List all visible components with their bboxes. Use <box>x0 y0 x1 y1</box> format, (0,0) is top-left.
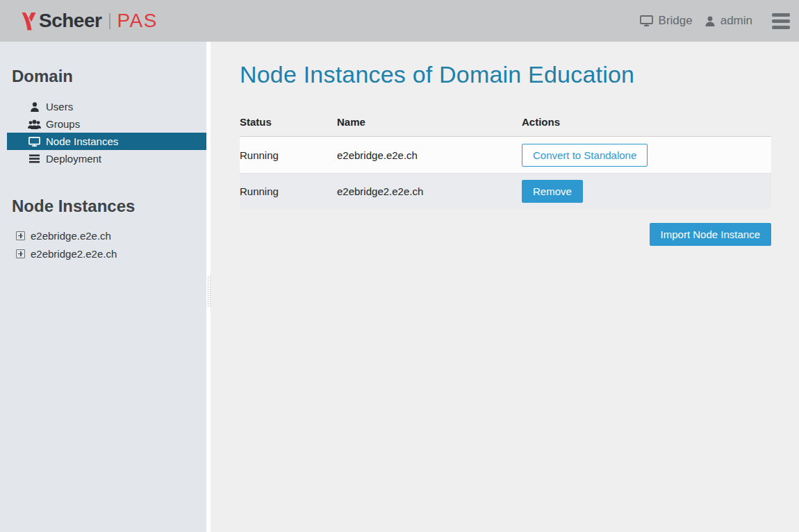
top-header-bar: Scheer PAS Bridge admin <box>0 0 799 42</box>
sidebar-item-label: Groups <box>46 118 80 130</box>
main-content: Node Instances of Domain Education Statu… <box>211 42 799 532</box>
desktop-icon <box>640 15 653 26</box>
sidebar-item-deployment[interactable]: Deployment <box>7 150 206 167</box>
user-menu-item[interactable]: admin <box>705 14 752 28</box>
tree-item-e2ebridge[interactable]: e2ebridge.e2e.ch <box>0 226 206 244</box>
hamburger-menu-icon[interactable] <box>772 13 790 29</box>
app-window: { "header": { "logo": { "brand": "Scheer… <box>0 0 799 532</box>
sidebar-node-instances-heading: Node Instances <box>0 197 206 216</box>
user-icon <box>705 16 715 26</box>
table-row: Running e2ebridge.e2e.ch Convert to Stan… <box>240 137 771 173</box>
convert-to-standalone-button[interactable]: Convert to Standalone <box>522 144 648 167</box>
bridge-menu-item[interactable]: Bridge <box>640 14 693 28</box>
table-footer-actions: Import Node Instance <box>240 223 771 246</box>
sidebar-domain-heading: Domain <box>0 67 206 86</box>
sidebar-item-label: Users <box>46 101 73 113</box>
column-header-name: Name <box>337 116 522 128</box>
scheer-logo-mark-icon <box>22 12 36 31</box>
table-header-row: Status Name Actions <box>240 116 771 137</box>
logo-brand-text: Scheer <box>39 10 101 32</box>
column-header-actions: Actions <box>522 116 771 128</box>
column-header-status: Status <box>240 116 337 128</box>
scheer-pas-logo: Scheer PAS <box>22 10 158 32</box>
status-cell: Running <box>240 185 337 197</box>
domain-menu: Users Groups N <box>0 98 206 167</box>
bridge-label: Bridge <box>659 14 693 28</box>
logo-product-text: PAS <box>117 10 157 32</box>
sidebar-item-node-instances[interactable]: Node Instances <box>7 133 206 150</box>
tree-expand-plus-icon[interactable] <box>16 249 25 258</box>
remove-button[interactable]: Remove <box>522 180 583 203</box>
sidebar-item-groups[interactable]: Groups <box>7 115 206 133</box>
logo-separator <box>109 13 110 29</box>
header-right-group: Bridge admin <box>640 13 799 29</box>
node-instances-tree: e2ebridge.e2e.ch e2ebridge2.e2e.ch <box>0 226 206 263</box>
tree-item-label: e2ebridge.e2e.ch <box>31 230 111 242</box>
users-icon <box>28 119 41 129</box>
tree-expand-plus-icon[interactable] <box>16 231 25 240</box>
sidebar-item-label: Deployment <box>46 153 101 165</box>
import-node-instance-button[interactable]: Import Node Instance <box>650 223 771 246</box>
status-cell: Running <box>240 149 337 161</box>
name-cell: e2ebridge.e2e.ch <box>337 149 522 161</box>
tree-item-label: e2ebridge2.e2e.ch <box>31 248 117 260</box>
user-icon <box>28 102 41 112</box>
sidebar: Domain Users Gro <box>0 42 206 532</box>
page-title: Node Instances of Domain Education <box>240 61 771 88</box>
username-label: admin <box>720 14 752 28</box>
name-cell: e2ebridge2.e2e.ch <box>337 185 522 197</box>
sidebar-item-label: Node Instances <box>46 135 118 147</box>
deployment-list-icon <box>28 154 41 163</box>
node-instances-table: Status Name Actions Running e2ebridge.e2… <box>240 116 771 209</box>
table-row: Running e2ebridge2.e2e.ch Remove <box>240 173 771 209</box>
desktop-icon <box>28 137 41 147</box>
tree-item-e2ebridge2[interactable]: e2ebridge2.e2e.ch <box>0 244 206 263</box>
sidebar-item-users[interactable]: Users <box>7 98 206 115</box>
